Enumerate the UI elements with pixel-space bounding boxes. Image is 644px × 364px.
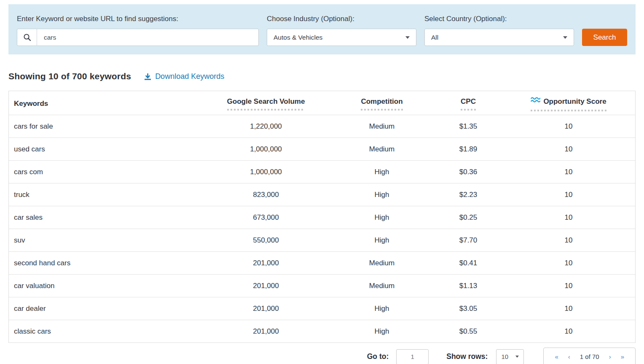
show-rows-label: Show rows: (446, 352, 488, 361)
score-cell: 10 (502, 191, 635, 199)
cpc-cell: $0.41 (435, 259, 502, 267)
keyword-cell: truck (9, 191, 203, 199)
table-row: car dealer 201,000 High $3.05 10 (9, 297, 635, 320)
table-row: classic cars 201,000 High $0.55 10 (9, 320, 635, 342)
table-footer: Go to: Show rows: 10 « ‹ 1 of 70 › » (8, 348, 636, 364)
industry-field: Choose Industry (Optional): Autos & Vehi… (267, 15, 416, 46)
results-bar: Showing 10 of 700 keywords Download Keyw… (8, 71, 636, 81)
competition-cell: Medium (329, 145, 435, 154)
cpc-cell: $0.36 (435, 168, 502, 176)
competition-cell: High (329, 327, 435, 336)
cpc-cell: $3.05 (435, 305, 502, 313)
show-rows-select[interactable]: 10 (496, 349, 524, 364)
pagination: « ‹ 1 of 70 › » (543, 348, 636, 364)
chevron-down-icon (515, 356, 519, 358)
page-status: 1 of 70 (580, 353, 599, 360)
keyword-cell: car dealer (9, 305, 203, 313)
volume-cell: 1,000,000 (203, 145, 329, 154)
volume-cell: 201,000 (203, 305, 329, 313)
score-cell: 10 (502, 213, 635, 222)
score-cell: 10 (502, 305, 635, 313)
volume-cell: 673,000 (203, 213, 329, 222)
volume-cell: 201,000 (203, 259, 329, 267)
column-header-opportunity-score[interactable]: Opportunity Score (502, 95, 635, 111)
keyword-cell: car sales (9, 213, 203, 222)
table-row: second hand cars 201,000 Medium $0.41 10 (9, 251, 635, 274)
table-header-row: Keywords Google Search Volume Competitio… (9, 91, 635, 115)
volume-cell: 823,000 (203, 191, 329, 199)
competition-cell: High (329, 168, 435, 176)
keyword-field: Enter Keyword or website URL to find sug… (17, 15, 259, 46)
table-row: cars for sale 1,220,000 Medium $1.35 10 (9, 115, 635, 138)
competition-cell: High (329, 236, 435, 245)
industry-selected-value: Autos & Vehicles (274, 34, 322, 41)
cpc-cell: $7.70 (435, 236, 502, 245)
cpc-cell: $0.55 (435, 327, 502, 336)
volume-cell: 1,000,000 (203, 168, 329, 176)
cpc-cell: $1.89 (435, 145, 502, 154)
column-header-cpc[interactable]: CPC (435, 96, 502, 111)
cpc-cell: $1.13 (435, 282, 502, 290)
keyword-cell: classic cars (9, 327, 203, 336)
table-row: cars com 1,000,000 High $0.36 10 (9, 160, 635, 183)
search-icon (17, 29, 37, 46)
score-cell: 10 (502, 327, 635, 336)
download-link-label: Download Keywords (155, 72, 224, 81)
keyword-search-group (17, 29, 259, 46)
download-icon (144, 73, 152, 81)
keyword-cell: cars com (9, 168, 203, 176)
column-header-keywords: Keywords (9, 98, 203, 108)
competition-cell: High (329, 213, 435, 222)
competition-cell: High (329, 305, 435, 313)
download-keywords-link[interactable]: Download Keywords (144, 72, 224, 81)
chevron-down-icon (405, 36, 410, 39)
country-label: Select Country (Optional): (424, 15, 574, 23)
goto-label: Go to: (367, 352, 389, 361)
keyword-input[interactable] (37, 29, 258, 46)
chevron-down-icon (563, 36, 567, 39)
goto-page-input[interactable] (396, 349, 429, 364)
score-cell: 10 (502, 259, 635, 267)
column-header-competition[interactable]: Competition (329, 96, 435, 111)
wave-icon (531, 97, 540, 103)
keyword-cell: used cars (9, 145, 203, 154)
country-select[interactable]: All (424, 29, 574, 46)
keyword-label: Enter Keyword or website URL to find sug… (17, 15, 259, 23)
score-cell: 10 (502, 145, 635, 154)
table-row: car valuation 201,000 Medium $1.13 10 (9, 274, 635, 297)
keyword-cell: second hand cars (9, 259, 203, 267)
results-summary: Showing 10 of 700 keywords (8, 71, 131, 81)
competition-cell: High (329, 191, 435, 199)
column-header-search-volume[interactable]: Google Search Volume (203, 96, 329, 111)
next-page-button[interactable]: › (609, 353, 611, 360)
keyword-cell: cars for sale (9, 122, 203, 131)
score-cell: 10 (502, 168, 635, 176)
score-cell: 10 (502, 236, 635, 245)
cpc-cell: $1.35 (435, 122, 502, 131)
previous-page-button[interactable]: ‹ (568, 353, 570, 360)
table-row: car sales 673,000 High $0.25 10 (9, 206, 635, 229)
cpc-cell: $0.25 (435, 213, 502, 222)
country-selected-value: All (431, 34, 438, 41)
last-page-button[interactable]: » (621, 353, 624, 360)
competition-cell: Medium (329, 282, 435, 290)
volume-cell: 201,000 (203, 327, 329, 336)
competition-cell: Medium (329, 122, 435, 131)
volume-cell: 1,220,000 (203, 122, 329, 131)
search-panel: Enter Keyword or website URL to find sug… (8, 4, 636, 54)
volume-cell: 201,000 (203, 282, 329, 290)
table-row: used cars 1,000,000 Medium $1.89 10 (9, 138, 635, 160)
keyword-cell: suv (9, 236, 203, 245)
competition-cell: Medium (329, 259, 435, 267)
score-cell: 10 (502, 282, 635, 290)
show-rows-value: 10 (501, 353, 508, 360)
table-row: truck 823,000 High $2.23 10 (9, 183, 635, 206)
score-cell: 10 (502, 122, 635, 131)
cpc-cell: $2.23 (435, 191, 502, 199)
first-page-button[interactable]: « (555, 353, 558, 360)
table-row: suv 550,000 High $7.70 10 (9, 229, 635, 251)
industry-select[interactable]: Autos & Vehicles (267, 29, 416, 46)
search-button[interactable]: Search (582, 29, 627, 46)
volume-cell: 550,000 (203, 236, 329, 245)
keyword-cell: car valuation (9, 282, 203, 290)
